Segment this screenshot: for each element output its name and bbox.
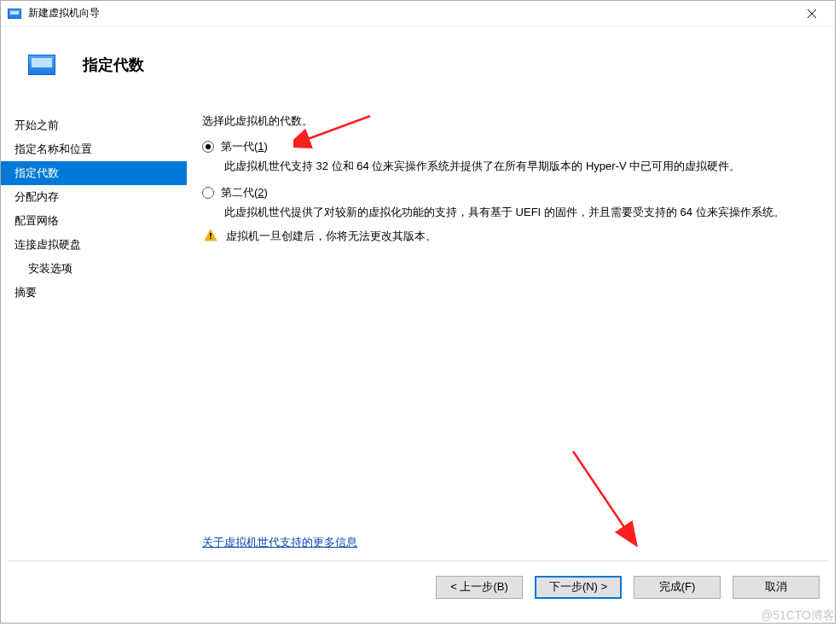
sidebar-step-name-location[interactable]: 指定名称和位置 (1, 137, 187, 161)
back-button[interactable]: < 上一步(B) (436, 576, 523, 599)
wizard-content: 选择此虚拟机的代数。 第一代(1) 此虚拟机世代支持 32 位和 64 位来宾操… (187, 103, 835, 560)
radio-gen1[interactable]: 第一代(1) (202, 139, 818, 154)
radio-gen1-indicator (202, 141, 214, 153)
sidebar-step-memory[interactable]: 分配内存 (1, 185, 187, 209)
finish-button[interactable]: 完成(F) (634, 576, 721, 599)
page-header: 指定代数 (1, 26, 835, 103)
wizard-sidebar: 开始之前 指定名称和位置 指定代数 分配内存 配置网络 连接虚拟硬盘 安装选项 … (1, 103, 187, 560)
desc-gen1: 此虚拟机世代支持 32 位和 64 位来宾操作系统并提供了在所有早期版本的 Hy… (224, 158, 818, 175)
annotation-arrow-2 (566, 444, 652, 547)
radio-gen2-label: 第二代(2) (221, 185, 268, 200)
window-title: 新建虚拟机向导 (28, 6, 792, 20)
svg-line-8 (573, 451, 626, 530)
desc-gen2: 此虚拟机世代提供了对较新的虚拟化功能的支持，具有基于 UEFI 的固件，并且需要… (224, 204, 818, 221)
more-info-row: 关于虚拟机世代支持的更多信息 (202, 535, 357, 550)
radio-gen2-indicator (202, 187, 214, 199)
sidebar-step-before-you-begin[interactable]: 开始之前 (1, 113, 187, 137)
wizard-body: 开始之前 指定名称和位置 指定代数 分配内存 配置网络 连接虚拟硬盘 安装选项 … (1, 103, 835, 560)
radio-gen1-label: 第一代(1) (221, 139, 268, 154)
titlebar: 新建虚拟机向导 (1, 1, 835, 26)
wizard-window: 新建虚拟机向导 指定代数 开始之前 指定名称和位置 指定代数 分配内存 配置网络… (0, 0, 836, 624)
wizard-footer: < 上一步(B) 下一步(N) > 完成(F) 取消 (1, 561, 835, 612)
cancel-button[interactable]: 取消 (733, 576, 820, 599)
app-icon (8, 9, 21, 19)
svg-rect-3 (210, 233, 211, 237)
more-info-link[interactable]: 关于虚拟机世代支持的更多信息 (202, 536, 357, 549)
radio-gen2[interactable]: 第二代(2) (202, 185, 818, 200)
page-title: 指定代数 (83, 55, 144, 75)
sidebar-step-summary[interactable]: 摘要 (1, 281, 187, 305)
prompt-text: 选择此虚拟机的代数。 (202, 113, 818, 129)
close-icon (807, 9, 817, 19)
next-button[interactable]: 下一步(N) > (535, 576, 622, 599)
warning-icon (204, 229, 217, 242)
svg-rect-4 (210, 238, 211, 240)
sidebar-step-network[interactable]: 配置网络 (1, 209, 187, 233)
sidebar-step-generation[interactable]: 指定代数 (1, 161, 187, 185)
warning-row: 虚拟机一旦创建后，你将无法更改其版本。 (204, 229, 818, 244)
sidebar-step-vhd[interactable]: 连接虚拟硬盘 (1, 233, 187, 257)
warning-text: 虚拟机一旦创建后，你将无法更改其版本。 (226, 229, 437, 244)
close-button[interactable] (792, 1, 831, 26)
wizard-icon (28, 55, 55, 75)
sidebar-step-install-options[interactable]: 安装选项 (1, 257, 187, 281)
